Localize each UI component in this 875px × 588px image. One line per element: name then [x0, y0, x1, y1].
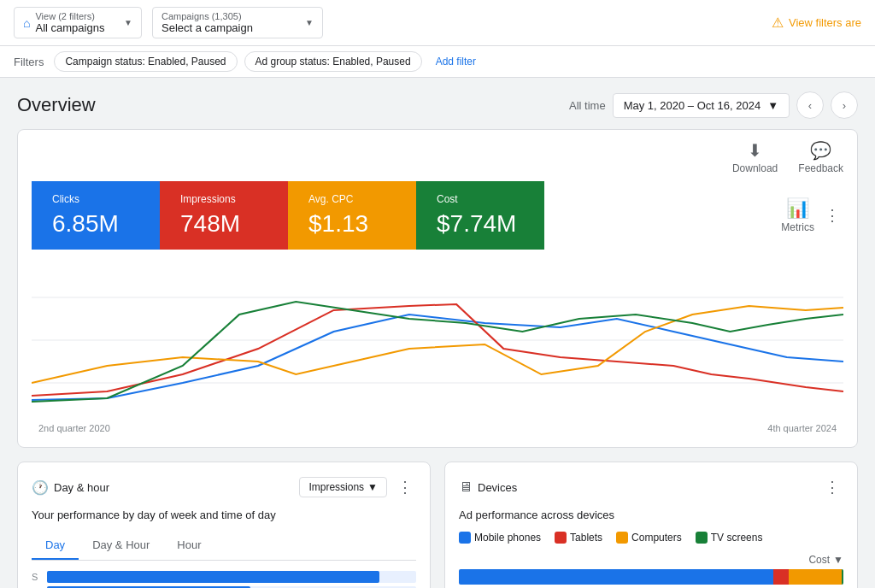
campaign-value: Select a campaign — [161, 21, 253, 34]
bar-row-s: S — [32, 571, 416, 583]
all-time-label: All time — [569, 99, 606, 112]
devices-card-header: 🖥 Devices ⋮ — [459, 476, 843, 498]
day-hour-tabs: Day Day & Hour Hour — [32, 532, 416, 561]
date-range-arrow: ▼ — [767, 99, 778, 112]
tab-hour[interactable]: Hour — [163, 532, 214, 560]
avg-cpc-tile[interactable]: Avg. CPC $1.13 — [288, 181, 416, 250]
campaign-status-filter[interactable]: Campaign status: Enabled, Paused — [54, 51, 237, 72]
campaign-dropdown[interactable]: Campaigns (1,305) Select a campaign ▼ — [152, 7, 323, 38]
legend-tv: TV screens — [696, 532, 763, 544]
download-label: Download — [732, 162, 778, 174]
bar-label-s: S — [32, 572, 42, 582]
main-content: Overview All time May 1, 2020 – Oct 16, … — [0, 78, 875, 588]
metrics-icon: 📊 — [786, 197, 809, 220]
legend-tablets: Tablets — [555, 532, 602, 544]
feedback-label: Feedback — [798, 162, 843, 174]
chart-area: 2nd quarter 2020 4th quarter 2024 — [18, 256, 857, 447]
bottom-cards: 🕐 Day & hour Impressions ▼ ⋮ Your perfor… — [17, 462, 858, 588]
adgroup-status-filter[interactable]: Ad group status: Enabled, Paused — [244, 51, 422, 72]
impressions-selector[interactable]: Impressions ▼ — [299, 477, 387, 497]
day-hour-subtitle: Your performance by day of week and time… — [32, 509, 416, 521]
warning-text: View filters are — [789, 16, 861, 29]
devices-title-area: 🖥 Devices — [459, 479, 517, 495]
metrics-label: Metrics — [781, 221, 814, 233]
action-buttons: ⬇ Download 💬 Feedback — [18, 130, 857, 174]
date-controls: All time May 1, 2020 – Oct 16, 2024 ▼ ‹ … — [569, 91, 858, 119]
download-icon: ⬇ — [748, 140, 762, 161]
metrics-button[interactable]: 📊 Metrics — [781, 197, 814, 233]
devices-icon: 🖥 — [459, 479, 473, 495]
computers-bar-seg — [789, 569, 842, 585]
view-dropdown-arrow: ▼ — [124, 18, 132, 27]
date-next-button[interactable]: › — [831, 91, 858, 119]
impressions-value: 748M — [180, 210, 267, 238]
day-hour-title-area: 🕐 Day & hour — [32, 479, 109, 496]
top-bar: ⌂ View (2 filters) All campaigns ▼ Campa… — [0, 0, 875, 46]
devices-title: Devices — [478, 481, 517, 494]
chart-labels: 2nd quarter 2020 4th quarter 2024 — [32, 420, 843, 433]
cost-tile[interactable]: Cost $7.74M — [416, 181, 544, 250]
tv-bar-seg — [842, 569, 843, 585]
impressions-selector-label: Impressions — [308, 481, 364, 493]
devices-subtitle: Ad performance across devices — [459, 509, 843, 521]
day-hour-card-header: 🕐 Day & hour Impressions ▼ ⋮ — [32, 476, 416, 498]
overview-more-button[interactable]: ⋮ — [821, 204, 843, 226]
day-hour-more-button[interactable]: ⋮ — [394, 476, 416, 498]
cost-selector-arrow: ▼ — [833, 554, 843, 566]
avg-cpc-label: Avg. CPC — [308, 193, 396, 205]
tablets-legend-dot — [555, 532, 567, 544]
legend-computers: Computers — [616, 532, 682, 544]
filters-label: Filters — [14, 56, 44, 68]
date-range-text: May 1, 2020 – Oct 16, 2024 — [624, 99, 760, 112]
overview-chart — [32, 263, 843, 417]
campaign-dropdown-arrow: ▼ — [305, 18, 314, 27]
tablets-legend-label: Tablets — [570, 532, 602, 544]
impressions-label: Impressions — [180, 193, 267, 205]
clicks-label: Clicks — [52, 193, 139, 205]
mobile-legend-dot — [459, 532, 471, 544]
clicks-value: 6.85M — [52, 210, 139, 238]
day-hour-controls: Impressions ▼ ⋮ — [299, 476, 416, 498]
overview-card: ⬇ Download 💬 Feedback Clicks 6.85M Impre… — [17, 129, 858, 448]
tab-day-hour[interactable]: Day & Hour — [79, 532, 163, 560]
feedback-button[interactable]: 💬 Feedback — [798, 140, 843, 174]
device-bar — [459, 569, 843, 585]
metrics-row: Clicks 6.85M Impressions 748M Avg. CPC $… — [18, 181, 857, 256]
cost-value: $7.74M — [437, 210, 524, 238]
date-range-button[interactable]: May 1, 2020 – Oct 16, 2024 ▼ — [613, 93, 790, 118]
warning-area: ⚠ View filters are — [772, 15, 861, 31]
feedback-icon: 💬 — [810, 140, 831, 161]
chart-x-start: 2nd quarter 2020 — [38, 423, 110, 433]
mobile-bar-seg — [459, 569, 773, 585]
day-hour-card: 🕐 Day & hour Impressions ▼ ⋮ Your perfor… — [17, 462, 431, 588]
bar-track-s — [47, 571, 416, 583]
devices-legend: Mobile phones Tablets Computers TV scree… — [459, 532, 843, 544]
devices-more-button[interactable]: ⋮ — [821, 476, 843, 498]
impressions-selector-arrow: ▼ — [367, 481, 378, 493]
warning-icon: ⚠ — [772, 15, 784, 31]
cost-selector[interactable]: Cost ▼ — [459, 554, 843, 566]
chart-x-end: 4th quarter 2024 — [767, 423, 837, 433]
add-filter-button[interactable]: Add filter — [429, 52, 483, 71]
devices-card: 🖥 Devices ⋮ Ad performance across device… — [444, 462, 858, 588]
download-button[interactable]: ⬇ Download — [732, 140, 778, 174]
clicks-tile[interactable]: Clicks 6.85M — [32, 181, 160, 250]
day-hour-icon: 🕐 — [32, 479, 49, 496]
bar-fill-s — [47, 571, 379, 583]
computers-legend-label: Computers — [631, 532, 682, 544]
view-value: All campaigns — [35, 21, 104, 34]
impressions-tile[interactable]: Impressions 748M — [160, 181, 288, 250]
tablets-bar-seg — [773, 569, 789, 585]
mobile-legend-label: Mobile phones — [474, 532, 541, 544]
legend-mobile: Mobile phones — [459, 532, 541, 544]
view-label: View (2 filters) — [35, 11, 104, 21]
tab-day[interactable]: Day — [32, 532, 79, 560]
date-prev-button[interactable]: ‹ — [796, 91, 824, 119]
metrics-tiles: Clicks 6.85M Impressions 748M Avg. CPC $… — [32, 181, 544, 250]
page-title: Overview — [17, 94, 96, 116]
campaign-label: Campaigns (1,305) — [161, 11, 253, 21]
day-bar-chart: S M — [32, 571, 416, 588]
view-dropdown[interactable]: ⌂ View (2 filters) All campaigns ▼ — [14, 7, 142, 38]
cost-selector-label: Cost — [808, 554, 830, 566]
overview-header: Overview All time May 1, 2020 – Oct 16, … — [17, 91, 858, 119]
